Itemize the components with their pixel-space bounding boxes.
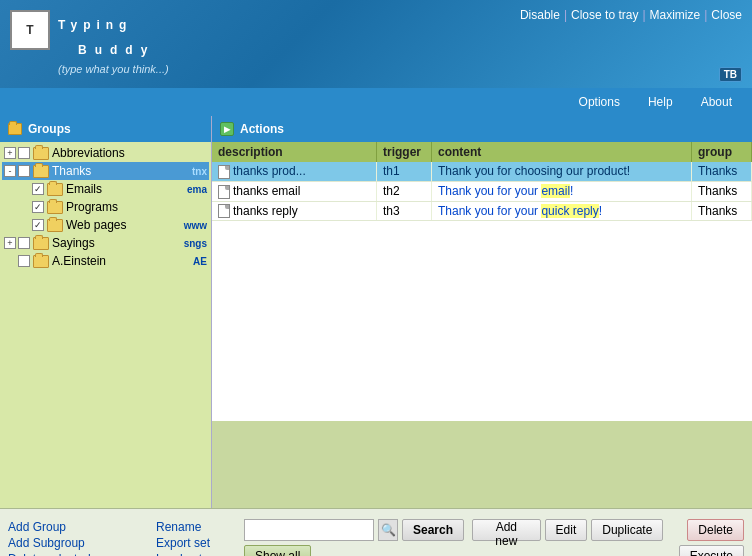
expand-thanks[interactable]: - bbox=[4, 165, 16, 177]
expand-abbreviations[interactable]: + bbox=[4, 147, 16, 159]
tree-item-programs[interactable]: Programs bbox=[16, 198, 209, 216]
tree-item-sayings[interactable]: + Sayings sngs bbox=[2, 234, 209, 252]
folder-icon-aeinstein bbox=[33, 255, 49, 268]
label-sayings: Sayings bbox=[52, 236, 180, 250]
app-title-line2: Buddy bbox=[78, 37, 169, 60]
checkbox-webpages[interactable] bbox=[32, 219, 44, 231]
trigger-webpages: www bbox=[184, 220, 207, 231]
menu-items: Options Help About bbox=[567, 92, 744, 112]
menu-help[interactable]: Help bbox=[636, 92, 685, 112]
cell-group-1: Thanks bbox=[692, 162, 752, 181]
table-row[interactable]: thanks reply th3 Thank you for your quic… bbox=[212, 201, 752, 221]
empty-table-area bbox=[212, 221, 752, 421]
close-to-tray-link[interactable]: Close to tray bbox=[571, 8, 638, 22]
top-right-controls: Disable | Close to tray | Maximize | Clo… bbox=[520, 8, 742, 22]
tree-item-webpages[interactable]: Web pages www bbox=[16, 216, 209, 234]
app-logo: T bbox=[10, 10, 50, 50]
bottom-center: 🔍 Search Show all bbox=[244, 519, 464, 557]
checkbox-abbreviations[interactable] bbox=[18, 147, 30, 159]
tree-item-thanks[interactable]: - Thanks tnx bbox=[2, 162, 209, 180]
folder-icon-emails bbox=[47, 183, 63, 196]
groups-folder-icon bbox=[8, 123, 22, 135]
folder-icon-sayings bbox=[33, 237, 49, 250]
bottom-bar: Add Group Add Subgroup Delete selected R… bbox=[0, 508, 752, 556]
close-link[interactable]: Close bbox=[711, 8, 742, 22]
doc-icon-3 bbox=[218, 204, 230, 218]
add-group-link[interactable]: Add Group bbox=[8, 520, 148, 534]
groups-label: Groups bbox=[28, 122, 71, 136]
tree-item-abbreviations[interactable]: + Abbreviations bbox=[2, 144, 209, 162]
tree-item-aeinstein[interactable]: A.Einstein AE bbox=[2, 252, 209, 270]
edit-button[interactable]: Edit bbox=[545, 519, 588, 541]
bottom-left: Add Group Add Subgroup Delete selected bbox=[8, 520, 148, 557]
disable-link[interactable]: Disable bbox=[520, 8, 560, 22]
tree-container: + Abbreviations - Thanks tnx Emails ema bbox=[0, 142, 211, 508]
app-subtitle: (type what you think...) bbox=[58, 62, 169, 76]
col-group: group bbox=[692, 142, 752, 162]
table-row[interactable]: thanks email th2 Thank you for your emai… bbox=[212, 181, 752, 201]
trigger-emails: ema bbox=[187, 184, 207, 195]
search-button[interactable]: Search bbox=[402, 519, 464, 541]
expand-sayings[interactable]: + bbox=[4, 237, 16, 249]
col-content: content bbox=[432, 142, 692, 162]
delete-selected-link[interactable]: Delete selected bbox=[8, 552, 148, 557]
cell-trigger-2: th2 bbox=[377, 181, 432, 201]
search-input[interactable] bbox=[244, 519, 374, 541]
add-subgroup-link[interactable]: Add Subgroup bbox=[8, 536, 148, 550]
table-header-row: description trigger content group bbox=[212, 142, 752, 162]
label-emails: Emails bbox=[66, 182, 183, 196]
checkbox-thanks[interactable] bbox=[18, 165, 30, 177]
maximize-link[interactable]: Maximize bbox=[650, 8, 701, 22]
checkbox-emails[interactable] bbox=[32, 183, 44, 195]
tree-item-emails[interactable]: Emails ema bbox=[16, 180, 209, 198]
doc-icon-2 bbox=[218, 185, 230, 199]
trigger-thanks: tnx bbox=[192, 166, 207, 177]
doc-icon-1 bbox=[218, 165, 230, 179]
export-set-link[interactable]: Export set bbox=[156, 536, 236, 550]
cell-content-3: Thank you for your quick reply! bbox=[432, 201, 692, 221]
cell-description-1: thanks prod... bbox=[212, 162, 377, 181]
cell-trigger-3: th3 bbox=[377, 201, 432, 221]
actions-table: description trigger content group thanks… bbox=[212, 142, 752, 221]
table-row[interactable]: thanks prod... th1 Thank you for choosin… bbox=[212, 162, 752, 181]
folder-icon-thanks bbox=[33, 165, 49, 178]
menu-about[interactable]: About bbox=[689, 92, 744, 112]
cell-description-2: thanks email bbox=[212, 181, 377, 201]
tb-badge: TB bbox=[719, 67, 742, 82]
label-webpages: Web pages bbox=[66, 218, 180, 232]
search-icon-btn[interactable]: 🔍 bbox=[378, 519, 398, 541]
cell-group-3: Thanks bbox=[692, 201, 752, 221]
cell-content-2: Thank you for your email! bbox=[432, 181, 692, 201]
checkbox-programs[interactable] bbox=[32, 201, 44, 213]
actions-panel: ▶ Actions description trigger content gr… bbox=[212, 116, 752, 508]
folder-icon-programs bbox=[47, 201, 63, 214]
col-trigger: trigger bbox=[377, 142, 432, 162]
search-row: 🔍 Search bbox=[244, 519, 464, 541]
top-bar: T Typing Buddy (type what you think...) … bbox=[0, 0, 752, 88]
actions-icon: ▶ bbox=[220, 122, 234, 136]
rename-link[interactable]: Rename bbox=[156, 520, 236, 534]
duplicate-button[interactable]: Duplicate bbox=[591, 519, 663, 541]
actions-label: Actions bbox=[240, 122, 284, 136]
checkbox-aeinstein[interactable] bbox=[18, 255, 30, 267]
col-description: description bbox=[212, 142, 377, 162]
trigger-aeinstein: AE bbox=[193, 256, 207, 267]
actions-panel-header: ▶ Actions bbox=[212, 116, 752, 142]
trigger-sayings: sngs bbox=[184, 238, 207, 249]
action-row-bottom: Execute bbox=[679, 545, 744, 557]
checkbox-sayings[interactable] bbox=[18, 237, 30, 249]
add-new-button[interactable]: Add new bbox=[472, 519, 541, 541]
menu-options[interactable]: Options bbox=[567, 92, 632, 112]
show-all-button[interactable]: Show all bbox=[244, 545, 311, 557]
label-abbreviations: Abbreviations bbox=[52, 146, 207, 160]
label-aeinstein: A.Einstein bbox=[52, 254, 189, 268]
delete-button[interactable]: Delete bbox=[687, 519, 744, 541]
folder-icon-abbreviations bbox=[33, 147, 49, 160]
menu-bar: Options Help About bbox=[0, 88, 752, 116]
app-title-line1: Typing bbox=[58, 8, 169, 37]
execute-button[interactable]: Execute bbox=[679, 545, 744, 557]
label-programs: Programs bbox=[66, 200, 207, 214]
folder-icon-webpages bbox=[47, 219, 63, 232]
load-set-link[interactable]: Load set bbox=[156, 552, 236, 557]
cell-content-1: Thank you for choosing our product! bbox=[432, 162, 692, 181]
